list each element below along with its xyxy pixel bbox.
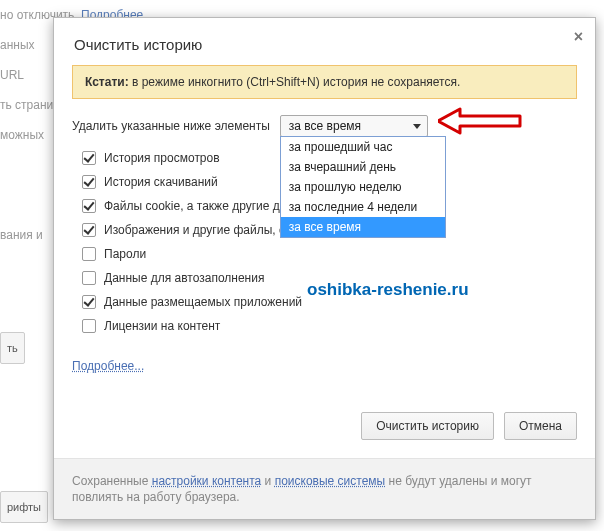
list-item[interactable]: Данные размещаемых приложений (82, 295, 577, 309)
checkbox-label: История просмотров (104, 151, 220, 165)
list-item[interactable]: Пароли (82, 247, 577, 261)
list-item[interactable]: Лицензии на контент (82, 319, 577, 333)
time-range-option[interactable]: за вчерашний день (281, 157, 445, 177)
more-link[interactable]: Подробнее... (72, 359, 144, 373)
checkbox[interactable] (82, 175, 96, 189)
clear-history-button[interactable]: Очистить историю (361, 412, 494, 440)
time-range-option[interactable]: за прошедший час (281, 137, 445, 157)
time-range-option[interactable]: за все время (281, 217, 445, 237)
incognito-info-banner: Кстати: в режиме инкогнито (Ctrl+Shift+N… (72, 65, 577, 99)
checkbox[interactable] (82, 319, 96, 333)
list-item[interactable]: Данные для автозаполнения (82, 271, 577, 285)
time-range-label: Удалить указанные ниже элементы (72, 119, 270, 133)
time-range-option[interactable]: за прошлую неделю (281, 177, 445, 197)
cancel-button[interactable]: Отмена (504, 412, 577, 440)
content-settings-link[interactable]: настройки контента (152, 474, 262, 488)
checkbox-label: Лицензии на контент (104, 319, 220, 333)
clear-history-dialog: × Очистить историю Кстати: в режиме инко… (53, 17, 596, 520)
checkbox[interactable] (82, 295, 96, 309)
checkbox[interactable] (82, 223, 96, 237)
checkbox[interactable] (82, 151, 96, 165)
close-icon[interactable]: × (574, 28, 583, 46)
checkbox-label: Данные размещаемых приложений (104, 295, 302, 309)
chevron-down-icon (413, 124, 421, 129)
checkbox[interactable] (82, 247, 96, 261)
time-range-dropdown[interactable]: за прошедший часза вчерашний деньза прош… (280, 136, 446, 238)
checkbox-label: Пароли (104, 247, 146, 261)
bg-button-1[interactable]: ть (0, 332, 25, 364)
search-engines-link[interactable]: поисковые системы (275, 474, 386, 488)
checkbox[interactable] (82, 199, 96, 213)
checkbox-label: История скачиваний (104, 175, 218, 189)
dialog-footer: Сохраненные настройки контента и поисков… (54, 458, 595, 519)
bg-button-2[interactable]: рифты (0, 491, 48, 523)
checkbox-label: Данные для автозаполнения (104, 271, 264, 285)
dialog-title: Очистить историю (54, 18, 595, 65)
checkbox[interactable] (82, 271, 96, 285)
time-range-option[interactable]: за последние 4 недели (281, 197, 445, 217)
time-range-select[interactable]: за все время (280, 115, 428, 137)
